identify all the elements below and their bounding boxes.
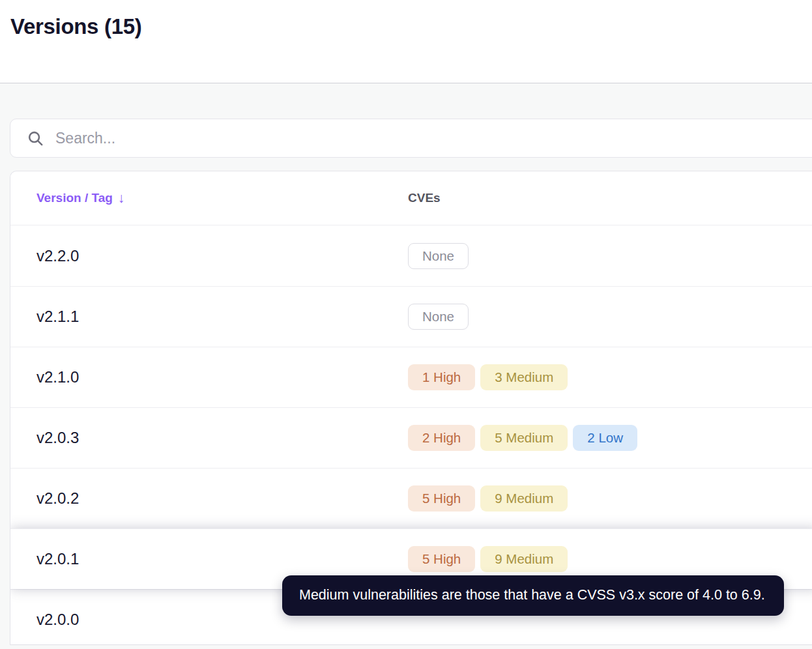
cve-badge-medium[interactable]: 9 Medium xyxy=(480,546,568,572)
cves-cell: None xyxy=(408,243,469,269)
versions-table: Version / Tag ↓ CVEs v2.2.0Nonev2.1.1Non… xyxy=(10,171,812,645)
cve-badge-high[interactable]: 5 High xyxy=(408,485,475,512)
table-row[interactable]: v2.0.25 High9 Medium xyxy=(10,468,812,528)
search-input[interactable] xyxy=(55,130,812,147)
table-row[interactable]: v2.1.1None xyxy=(10,286,812,347)
page-header: Versions (15) xyxy=(0,0,812,83)
cve-badge-high[interactable]: 1 High xyxy=(408,364,475,390)
cve-badge-none[interactable]: None xyxy=(408,304,469,330)
version-label: v2.1.0 xyxy=(10,368,408,386)
table-row[interactable]: v2.1.01 High3 Medium xyxy=(10,347,812,407)
cve-badge-high[interactable]: 5 High xyxy=(408,546,475,572)
search-icon xyxy=(27,130,44,147)
version-label: v2.0.2 xyxy=(10,489,408,508)
sort-descending-icon: ↓ xyxy=(118,190,125,206)
cves-cell: 5 High9 Medium xyxy=(408,546,568,572)
medium-cve-tooltip: Medium vulnerabilities are those that ha… xyxy=(282,575,784,616)
cves-cell: 2 High5 Medium2 Low xyxy=(408,425,637,451)
cve-badge-none[interactable]: None xyxy=(408,243,469,269)
cve-badge-medium[interactable]: 9 Medium xyxy=(480,485,568,512)
versions-page: Versions (15) Version / Tag ↓ CVEs xyxy=(0,0,812,649)
search-box[interactable] xyxy=(10,119,812,158)
version-label: v2.1.1 xyxy=(10,308,408,326)
cves-cell: None xyxy=(408,304,469,330)
table-header-row: Version / Tag ↓ CVEs xyxy=(10,171,812,225)
cve-badge-medium[interactable]: 5 Medium xyxy=(480,425,568,451)
content-area: Version / Tag ↓ CVEs v2.2.0Nonev2.1.1Non… xyxy=(0,83,812,649)
table-row[interactable]: v2.0.32 High5 Medium2 Low xyxy=(10,407,812,468)
column-header-cves: CVEs xyxy=(408,191,441,205)
version-label: v2.0.1 xyxy=(10,550,408,568)
table-row[interactable]: v2.2.0None xyxy=(10,225,812,286)
page-title: Versions (15) xyxy=(10,14,812,39)
cves-cell: 1 High3 Medium xyxy=(408,364,568,390)
cves-cell: 5 High9 Medium xyxy=(408,485,568,512)
cve-badge-medium[interactable]: 3 Medium xyxy=(480,364,568,390)
column-header-cves-label: CVEs xyxy=(408,191,441,205)
version-label: v2.0.3 xyxy=(10,429,408,447)
cve-badge-high[interactable]: 2 High xyxy=(408,425,475,451)
version-label: v2.2.0 xyxy=(10,247,408,265)
column-header-version-tag[interactable]: Version / Tag ↓ xyxy=(10,190,408,206)
column-header-version-tag-label: Version / Tag xyxy=(36,191,113,205)
cve-badge-low[interactable]: 2 Low xyxy=(573,425,637,451)
